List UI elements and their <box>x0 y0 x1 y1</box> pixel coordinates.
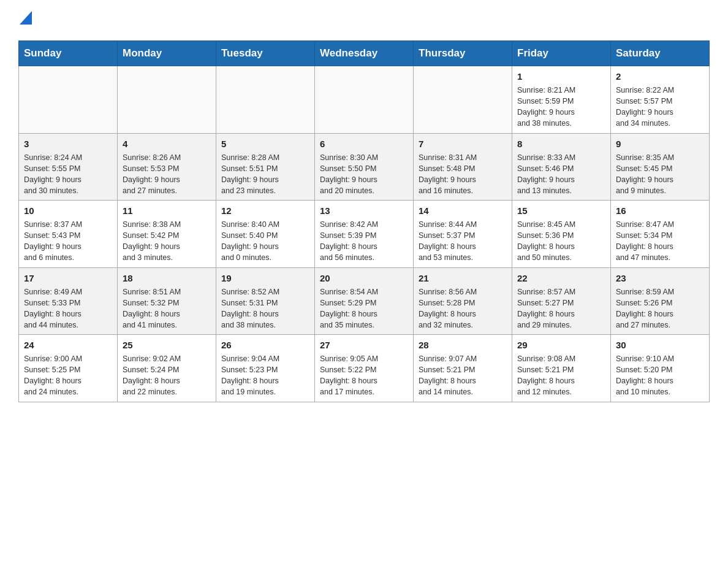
day-info: Sunrise: 8:49 AM Sunset: 5:33 PM Dayligh… <box>24 286 112 331</box>
calendar-day-cell <box>315 66 414 134</box>
day-number: 15 <box>517 204 605 217</box>
calendar-day-cell: 20Sunrise: 8:54 AM Sunset: 5:29 PM Dayli… <box>315 267 414 335</box>
logo <box>18 12 32 28</box>
calendar-day-cell: 21Sunrise: 8:56 AM Sunset: 5:28 PM Dayli… <box>414 267 512 335</box>
calendar-day-cell: 30Sunrise: 9:10 AM Sunset: 5:20 PM Dayli… <box>611 335 710 402</box>
day-number: 27 <box>320 339 408 351</box>
day-number: 19 <box>221 272 309 285</box>
calendar-day-header: Tuesday <box>216 41 315 66</box>
calendar-day-cell: 14Sunrise: 8:44 AM Sunset: 5:37 PM Dayli… <box>414 201 512 268</box>
calendar-table: SundayMondayTuesdayWednesdayThursdayFrid… <box>18 40 710 402</box>
day-info: Sunrise: 9:00 AM Sunset: 5:25 PM Dayligh… <box>24 353 112 398</box>
day-number: 9 <box>616 137 704 150</box>
day-info: Sunrise: 8:21 AM Sunset: 5:59 PM Dayligh… <box>517 85 605 129</box>
day-info: Sunrise: 8:22 AM Sunset: 5:57 PM Dayligh… <box>616 85 704 129</box>
day-info: Sunrise: 8:44 AM Sunset: 5:37 PM Dayligh… <box>419 219 507 264</box>
day-info: Sunrise: 8:24 AM Sunset: 5:55 PM Dayligh… <box>24 152 112 197</box>
calendar-day-cell: 12Sunrise: 8:40 AM Sunset: 5:40 PM Dayli… <box>216 201 315 268</box>
calendar-day-cell: 1Sunrise: 8:21 AM Sunset: 5:59 PM Daylig… <box>512 66 611 134</box>
day-number: 4 <box>123 137 211 150</box>
day-number: 18 <box>123 272 211 285</box>
day-info: Sunrise: 9:05 AM Sunset: 5:22 PM Dayligh… <box>320 353 408 398</box>
day-number: 28 <box>419 339 507 351</box>
calendar-day-cell: 3Sunrise: 8:24 AM Sunset: 5:55 PM Daylig… <box>19 133 118 201</box>
calendar-day-header: Wednesday <box>315 41 414 66</box>
day-info: Sunrise: 8:33 AM Sunset: 5:46 PM Dayligh… <box>517 152 605 197</box>
calendar-week-row: 17Sunrise: 8:49 AM Sunset: 5:33 PM Dayli… <box>19 267 710 335</box>
day-info: Sunrise: 8:31 AM Sunset: 5:48 PM Dayligh… <box>419 152 507 197</box>
calendar-day-cell <box>414 66 512 134</box>
logo-triangle-icon <box>20 11 32 25</box>
day-info: Sunrise: 9:07 AM Sunset: 5:21 PM Dayligh… <box>419 353 507 398</box>
day-info: Sunrise: 8:56 AM Sunset: 5:28 PM Dayligh… <box>419 286 507 331</box>
day-number: 23 <box>616 272 704 285</box>
day-number: 7 <box>419 137 507 150</box>
calendar-week-row: 24Sunrise: 9:00 AM Sunset: 5:25 PM Dayli… <box>19 335 710 402</box>
calendar-day-header: Sunday <box>19 41 118 66</box>
day-number: 3 <box>24 137 112 150</box>
calendar-day-cell: 9Sunrise: 8:35 AM Sunset: 5:45 PM Daylig… <box>611 133 710 201</box>
day-number: 8 <box>517 137 605 150</box>
calendar-day-cell: 27Sunrise: 9:05 AM Sunset: 5:22 PM Dayli… <box>315 335 414 402</box>
day-info: Sunrise: 9:10 AM Sunset: 5:20 PM Dayligh… <box>616 353 704 398</box>
calendar-day-cell: 22Sunrise: 8:57 AM Sunset: 5:27 PM Dayli… <box>512 267 611 335</box>
calendar-day-cell: 18Sunrise: 8:51 AM Sunset: 5:32 PM Dayli… <box>118 267 216 335</box>
day-number: 16 <box>616 204 704 217</box>
calendar-day-cell: 19Sunrise: 8:52 AM Sunset: 5:31 PM Dayli… <box>216 267 315 335</box>
day-number: 6 <box>320 137 408 150</box>
calendar-day-cell: 13Sunrise: 8:42 AM Sunset: 5:39 PM Dayli… <box>315 201 414 268</box>
day-info: Sunrise: 9:08 AM Sunset: 5:21 PM Dayligh… <box>517 353 605 398</box>
day-number: 30 <box>616 339 704 351</box>
day-number: 1 <box>517 70 605 83</box>
calendar-day-cell: 8Sunrise: 8:33 AM Sunset: 5:46 PM Daylig… <box>512 133 611 201</box>
calendar-day-cell: 2Sunrise: 8:22 AM Sunset: 5:57 PM Daylig… <box>611 66 710 134</box>
calendar-header-row: SundayMondayTuesdayWednesdayThursdayFrid… <box>19 41 710 66</box>
calendar-day-cell: 10Sunrise: 8:37 AM Sunset: 5:43 PM Dayli… <box>19 201 118 268</box>
day-info: Sunrise: 8:51 AM Sunset: 5:32 PM Dayligh… <box>123 286 211 331</box>
day-info: Sunrise: 8:28 AM Sunset: 5:51 PM Dayligh… <box>221 152 309 197</box>
calendar-day-cell <box>118 66 216 134</box>
day-info: Sunrise: 9:04 AM Sunset: 5:23 PM Dayligh… <box>221 353 309 398</box>
calendar-day-cell: 28Sunrise: 9:07 AM Sunset: 5:21 PM Dayli… <box>414 335 512 402</box>
day-info: Sunrise: 8:37 AM Sunset: 5:43 PM Dayligh… <box>24 219 112 264</box>
calendar-day-cell <box>216 66 315 134</box>
calendar-day-cell: 29Sunrise: 9:08 AM Sunset: 5:21 PM Dayli… <box>512 335 611 402</box>
calendar-day-cell: 6Sunrise: 8:30 AM Sunset: 5:50 PM Daylig… <box>315 133 414 201</box>
calendar-day-cell: 4Sunrise: 8:26 AM Sunset: 5:53 PM Daylig… <box>118 133 216 201</box>
day-number: 21 <box>419 272 507 285</box>
calendar-day-cell: 26Sunrise: 9:04 AM Sunset: 5:23 PM Dayli… <box>216 335 315 402</box>
calendar-day-cell <box>19 66 118 134</box>
day-info: Sunrise: 8:52 AM Sunset: 5:31 PM Dayligh… <box>221 286 309 331</box>
calendar-day-header: Friday <box>512 41 611 66</box>
calendar-day-cell: 11Sunrise: 8:38 AM Sunset: 5:42 PM Dayli… <box>118 201 216 268</box>
day-info: Sunrise: 8:47 AM Sunset: 5:34 PM Dayligh… <box>616 219 704 264</box>
day-info: Sunrise: 8:35 AM Sunset: 5:45 PM Dayligh… <box>616 152 704 197</box>
day-number: 25 <box>123 339 211 351</box>
day-number: 5 <box>221 137 309 150</box>
calendar-day-cell: 16Sunrise: 8:47 AM Sunset: 5:34 PM Dayli… <box>611 201 710 268</box>
calendar-day-header: Thursday <box>414 41 512 66</box>
day-number: 26 <box>221 339 309 351</box>
calendar-day-cell: 5Sunrise: 8:28 AM Sunset: 5:51 PM Daylig… <box>216 133 315 201</box>
calendar-day-cell: 15Sunrise: 8:45 AM Sunset: 5:36 PM Dayli… <box>512 201 611 268</box>
calendar-week-row: 3Sunrise: 8:24 AM Sunset: 5:55 PM Daylig… <box>19 133 710 201</box>
day-info: Sunrise: 9:02 AM Sunset: 5:24 PM Dayligh… <box>123 353 211 398</box>
day-info: Sunrise: 8:38 AM Sunset: 5:42 PM Dayligh… <box>123 219 211 264</box>
day-number: 22 <box>517 272 605 285</box>
calendar-day-header: Monday <box>118 41 216 66</box>
day-info: Sunrise: 8:45 AM Sunset: 5:36 PM Dayligh… <box>517 219 605 264</box>
day-number: 24 <box>24 339 112 351</box>
calendar-day-cell: 7Sunrise: 8:31 AM Sunset: 5:48 PM Daylig… <box>414 133 512 201</box>
calendar-day-cell: 23Sunrise: 8:59 AM Sunset: 5:26 PM Dayli… <box>611 267 710 335</box>
day-info: Sunrise: 8:42 AM Sunset: 5:39 PM Dayligh… <box>320 219 408 264</box>
day-info: Sunrise: 8:57 AM Sunset: 5:27 PM Dayligh… <box>517 286 605 331</box>
day-info: Sunrise: 8:54 AM Sunset: 5:29 PM Dayligh… <box>320 286 408 331</box>
calendar-day-header: Saturday <box>611 41 710 66</box>
day-number: 13 <box>320 204 408 217</box>
calendar-day-cell: 17Sunrise: 8:49 AM Sunset: 5:33 PM Dayli… <box>19 267 118 335</box>
day-number: 11 <box>123 204 211 217</box>
day-number: 14 <box>419 204 507 217</box>
calendar-week-row: 1Sunrise: 8:21 AM Sunset: 5:59 PM Daylig… <box>19 66 710 134</box>
day-number: 29 <box>517 339 605 351</box>
calendar-week-row: 10Sunrise: 8:37 AM Sunset: 5:43 PM Dayli… <box>19 201 710 268</box>
